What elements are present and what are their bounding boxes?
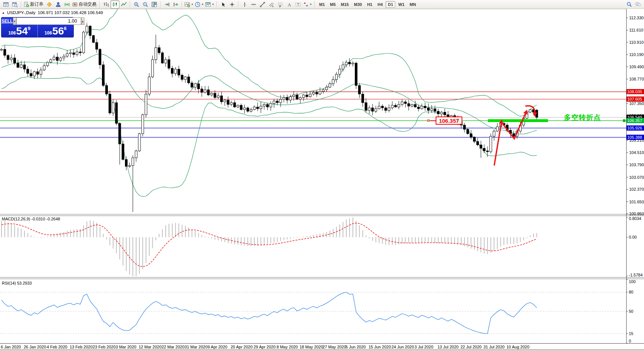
date-axis-label: 13 Feb 2020 bbox=[70, 345, 93, 349]
rsi-panel bbox=[0, 292, 626, 334]
crosshair-button[interactable] bbox=[228, 0, 237, 9]
community-button[interactable] bbox=[634, 0, 643, 9]
terminal-button[interactable] bbox=[54, 0, 63, 9]
chart-shift-button[interactable] bbox=[171, 0, 180, 9]
cursor-button[interactable] bbox=[219, 0, 228, 9]
indicators-icon bbox=[184, 1, 190, 7]
timeframe-m1[interactable]: M1 bbox=[317, 1, 327, 8]
zoom-in-button[interactable] bbox=[132, 0, 141, 9]
bar-chart-button[interactable] bbox=[102, 0, 110, 9]
data-window-button[interactable] bbox=[10, 0, 19, 9]
dropdown-arrow-icon[interactable]: ▼ bbox=[201, 3, 204, 6]
timeframe-w1[interactable]: W1 bbox=[396, 1, 407, 8]
macd-histogram bbox=[1, 217, 537, 276]
panel-separator[interactable] bbox=[0, 277, 644, 279]
timeframe-h1[interactable]: H1 bbox=[365, 1, 374, 8]
dropdown-arrow-icon[interactable]: ▼ bbox=[191, 3, 194, 6]
tile-windows-icon bbox=[151, 1, 157, 7]
price-axis-tick: 102.370 bbox=[629, 187, 644, 191]
spin-up-icon: ▲ bbox=[82, 20, 84, 23]
volume-input[interactable] bbox=[16, 17, 81, 25]
tile-windows-button[interactable] bbox=[150, 0, 159, 9]
symbol-period-label: USDJPY-,Daily bbox=[7, 10, 36, 15]
date-axis-label: 15 Jun 2020 bbox=[369, 345, 391, 349]
auto-trading-button[interactable]: 自动交易 bbox=[72, 0, 98, 9]
date-axis-label: 20 Apr 2020 bbox=[231, 345, 252, 349]
periods-button[interactable]: ▼ bbox=[194, 0, 205, 9]
bollinger-bands bbox=[1, 0, 537, 197]
sell-price-prefix: 106 bbox=[9, 30, 16, 36]
price-axis-tick: 110.190 bbox=[629, 52, 644, 57]
timeframe-h4[interactable]: H4 bbox=[375, 1, 385, 8]
trend-line-button[interactable] bbox=[258, 0, 267, 9]
signal-button[interactable] bbox=[63, 0, 72, 9]
arrows-icon bbox=[303, 1, 309, 7]
volume-decrease-button[interactable]: ▼ bbox=[13, 17, 16, 25]
sell-price[interactable]: 106 54 9 bbox=[1, 25, 38, 37]
volume-increase-button[interactable]: ▲ bbox=[81, 17, 85, 25]
dropdown-arrow-icon[interactable]: ▼ bbox=[310, 3, 312, 6]
templates-button[interactable]: ▼ bbox=[205, 0, 215, 9]
data-window-icon bbox=[12, 1, 18, 7]
price-axis-tick: 103.070 bbox=[629, 175, 644, 180]
candle-chart-button[interactable] bbox=[110, 0, 119, 9]
dropdown-arrow-icon[interactable]: ▼ bbox=[212, 3, 214, 6]
price-axis-tick: 101.650 bbox=[629, 200, 644, 204]
date-axis-label: 3 Mar 2020 bbox=[116, 345, 136, 349]
date-axis-label: 26 Jan 2020 bbox=[24, 345, 46, 349]
chart-title-bar: ▲ USDJPY-,Daily 106.971 107.032 106.428 … bbox=[2, 10, 103, 15]
timeframe-mn[interactable]: MN bbox=[407, 1, 418, 8]
price-badge-105.388: 105.388 bbox=[627, 135, 644, 140]
buy-button[interactable]: BUY bbox=[85, 17, 94, 25]
buy-price-prefix: 106 bbox=[44, 30, 52, 36]
panel-separator[interactable] bbox=[0, 214, 644, 216]
arrows-button[interactable]: ▼ bbox=[303, 0, 313, 9]
timeframe-m15[interactable]: M15 bbox=[338, 1, 351, 8]
indicators-button[interactable]: ▼ bbox=[184, 0, 194, 9]
ohlc-values: 106.971 107.032 106.428 106.549 bbox=[38, 10, 103, 15]
line-chart-button[interactable] bbox=[119, 0, 128, 9]
price-badge-108.035: 108.035 bbox=[627, 89, 644, 94]
sell-price-big: 54 bbox=[16, 26, 28, 37]
text-button[interactable]: A bbox=[285, 0, 294, 9]
svg-text:A: A bbox=[288, 2, 291, 7]
candlesticks bbox=[0, 20, 538, 212]
timeframe-m30[interactable]: M30 bbox=[352, 1, 364, 8]
search-button[interactable] bbox=[625, 0, 634, 9]
fibonacci-button[interactable]: F bbox=[276, 0, 285, 9]
toolbar-separator bbox=[21, 1, 22, 7]
market-watch-button[interactable] bbox=[1, 0, 10, 9]
rsi-axis-tick: 0 bbox=[629, 339, 631, 343]
equidistant-channel-button[interactable]: E bbox=[267, 0, 276, 9]
macd-signal-line bbox=[1, 223, 537, 267]
date-axis-label: 6 Jan 2020 bbox=[1, 345, 21, 349]
rsi-line bbox=[1, 292, 537, 334]
horizontal-line-icon bbox=[251, 1, 257, 7]
timeframe-m5[interactable]: M5 bbox=[328, 1, 338, 8]
vertical-line-button[interactable] bbox=[240, 0, 249, 9]
new-order-button[interactable]: 新订单 bbox=[23, 0, 45, 9]
collapse-chart-icon[interactable]: ▲ bbox=[2, 11, 5, 14]
rsi-indicator-label: RSI(14) 53.2933 bbox=[2, 281, 32, 285]
auto-scroll-button[interactable] bbox=[162, 0, 171, 9]
price-badge-105.926: 105.926 bbox=[627, 125, 644, 131]
date-axis-label: 5 Jun 2020 bbox=[346, 345, 366, 349]
buy-price[interactable]: 106 56 6 bbox=[38, 25, 74, 37]
timeframe-d1[interactable]: D1 bbox=[386, 1, 395, 8]
metaeditor-button[interactable] bbox=[45, 0, 54, 9]
price-badge-107.605: 107.605 bbox=[627, 96, 644, 102]
price-axis-tick: 111.610 bbox=[629, 28, 643, 32]
chart-canvas[interactable] bbox=[0, 0, 644, 351]
horizontal-level-lines[interactable] bbox=[0, 92, 626, 137]
horizontal-line-button[interactable] bbox=[249, 0, 258, 9]
date-axis-label: 24 Jun 2020 bbox=[392, 345, 414, 349]
price-badge-106.357: 106.357 bbox=[627, 118, 644, 123]
toolbar-separator bbox=[217, 1, 217, 7]
turning-point-annotation[interactable]: 多空转折点 bbox=[564, 113, 601, 122]
text-label-button[interactable]: T bbox=[294, 0, 303, 9]
price-callout-label[interactable]: 106.357 bbox=[436, 117, 462, 125]
rsi-axis-tick: 100 bbox=[629, 279, 635, 284]
zoom-in-icon bbox=[133, 1, 139, 7]
sell-button[interactable]: SELL bbox=[1, 17, 13, 25]
zoom-out-button[interactable] bbox=[141, 0, 150, 9]
